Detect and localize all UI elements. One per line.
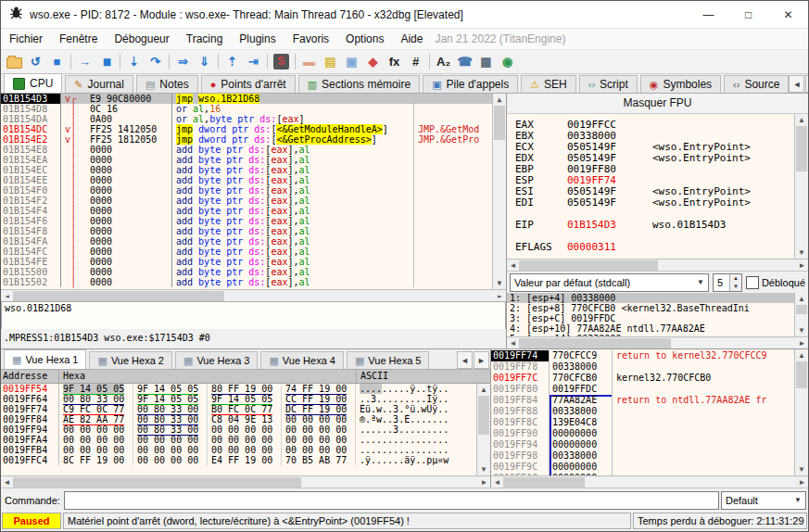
- argument-row[interactable]: 2: [esp+8] 770CFCB0 <kernel32.BaseThread…: [507, 303, 795, 313]
- stack-row[interactable]: 0019FF9C00000000: [491, 462, 795, 473]
- scroll-down-icon[interactable]: ▼: [795, 247, 808, 259]
- tab-vue-hexa-1[interactable]: ▦Vue Hexa 1: [4, 349, 86, 369]
- disasm-row[interactable]: 01B154DCv│FF25 1412050jmp dword ptr ds:[…: [1, 124, 493, 134]
- disasm-row[interactable]: 01B154EC │0000add byte ptr ds:[eax],al: [1, 165, 493, 175]
- register-row-eax[interactable]: EAX0019FFCC: [507, 120, 795, 131]
- command-input[interactable]: [64, 491, 719, 510]
- scroll-thumb[interactable]: [494, 106, 505, 140]
- tab-vue-hexa-5[interactable]: ▦Vue Hexa 5: [347, 351, 429, 369]
- open-file-icon[interactable]: [4, 52, 25, 71]
- disasm-row[interactable]: 01B15502 │0000add byte ptr ds:[eax],al: [1, 277, 493, 287]
- disasm-row[interactable]: 01B154F8 │0000add byte ptr ds:[eax],al: [1, 226, 493, 236]
- execute-till-return-icon[interactable]: ⇡: [221, 52, 243, 71]
- menu-options[interactable]: Options: [337, 29, 392, 49]
- scroll-thumb[interactable]: [503, 477, 585, 488]
- tab-source[interactable]: ‹›Source: [724, 75, 789, 93]
- tab-points-d-arret[interactable]: ●Points d'arrêt: [201, 75, 296, 93]
- register-row-edi[interactable]: EDI0505149F<wso.EntryPoint>: [507, 197, 795, 209]
- menu-fenetre[interactable]: Fenêtre: [51, 29, 106, 49]
- disasm-row[interactable]: 01B154DA │0A00or al,byte ptr ds:[eax]: [1, 114, 493, 124]
- patches-icon[interactable]: ▬: [298, 52, 320, 71]
- tab-symboles[interactable]: ◉Symboles: [640, 75, 721, 93]
- scroll-thumb[interactable]: [519, 338, 671, 348]
- scroll-thumb[interactable]: [796, 305, 807, 314]
- tab-vue-hexa-3[interactable]: ▦Vue Hexa 3: [175, 351, 258, 369]
- hex-tab-scroll-left-button[interactable]: ◄: [457, 351, 473, 369]
- calling-convention-select[interactable]: Valeur par défaut (stdcall) ▼: [510, 273, 709, 292]
- menu-tracing[interactable]: Tracing: [178, 29, 232, 49]
- register-row-ebp[interactable]: EBP0019FF80: [507, 164, 795, 175]
- disasm-row[interactable]: 01B154FE │0000add byte ptr ds:[eax],al: [1, 257, 493, 267]
- tab-pile-d-appels[interactable]: ▣Pile d'appels: [423, 75, 518, 93]
- scroll-up-icon[interactable]: ▲: [795, 293, 808, 305]
- scroll-up-icon[interactable]: ▲: [493, 94, 506, 106]
- register-row-esp[interactable]: ESP0019FF74: [507, 175, 795, 186]
- hide-fpu-button[interactable]: Masquer FPU: [507, 94, 808, 114]
- stack-row[interactable]: 0019FF7800338000: [491, 361, 795, 373]
- spinner-buttons[interactable]: ▲▼: [729, 274, 741, 291]
- hex-row[interactable]: 0019FF84AE 82 AA 7700 80 33 00C8 04 9E 1…: [1, 414, 476, 424]
- menu-fichier[interactable]: Fichier: [1, 29, 51, 49]
- checkbox-box[interactable]: [746, 276, 759, 289]
- hex-horizontal-scrollbar[interactable]: ◄►: [1, 475, 490, 488]
- tab-script[interactable]: ‹›Script: [579, 75, 638, 93]
- scroll-up-icon[interactable]: ▲: [477, 384, 490, 396]
- stack-row[interactable]: 0019FF8477AA82AEreturn to ntdll.77AA82AE…: [491, 395, 795, 406]
- labels-icon[interactable]: ▣: [341, 52, 362, 71]
- tab-journal[interactable]: ✎Journal: [65, 75, 133, 93]
- maximize-button[interactable]: □: [728, 1, 768, 28]
- disasm-row[interactable]: 01B154FA │0000add byte ptr ds:[eax],al: [1, 236, 493, 247]
- disasm-row[interactable]: 01B15500 │0000add byte ptr ds:[eax],al: [1, 267, 493, 277]
- arguments-vertical-scrollbar[interactable]: ▲▼: [794, 293, 808, 336]
- hex-row[interactable]: 0019FFB400 00 00 0000 00 00 0000 00 00 0…: [1, 445, 476, 455]
- hex-row[interactable]: 0019FFC48C FF 19 0000 00 00 00E4 FF 19 0…: [1, 455, 476, 465]
- disasm-row[interactable]: 01B154D8 │0C 16or al,16: [1, 104, 493, 114]
- tab-vue-hexa-4[interactable]: ▦Vue Hexa 4: [260, 351, 343, 369]
- step-into-icon[interactable]: ⇣: [123, 52, 145, 71]
- scroll-down-icon[interactable]: ▼: [493, 277, 506, 289]
- disasm-horizontal-scrollbar[interactable]: ◄►: [1, 289, 506, 302]
- menu-aide[interactable]: Aide: [392, 29, 431, 49]
- tab-scroll-left-button[interactable]: ◄: [789, 75, 804, 93]
- register-row-eflags[interactable]: EFLAGS00000311: [507, 242, 795, 253]
- stack-row[interactable]: 0019FF9000000000: [491, 428, 795, 439]
- arguments-horizontal-scrollbar[interactable]: ◄►: [507, 336, 808, 349]
- scroll-up-icon[interactable]: ▲: [795, 349, 808, 361]
- hex-row[interactable]: 0019FF9400 00 00 0000 80 33 0000 00 00 0…: [1, 424, 476, 435]
- command-profile-select[interactable]: Default ▼: [721, 491, 806, 510]
- disasm-row[interactable]: 01B154F0 │0000add byte ptr ds:[eax],al: [1, 185, 493, 196]
- scroll-down-icon[interactable]: ▼: [795, 324, 808, 336]
- stack-row[interactable]: 0019FF9800338000: [491, 450, 795, 462]
- font-options-icon[interactable]: A₂: [433, 52, 454, 71]
- argument-count-spinner[interactable]: 5 ▲▼: [713, 273, 742, 292]
- argument-row[interactable]: 3: [esp+C] 0019FFDC: [507, 313, 795, 323]
- stack-horizontal-scrollbar[interactable]: ◄►: [491, 475, 808, 488]
- tab-vue-hexa-2[interactable]: ▦Vue Hexa 2: [89, 351, 171, 369]
- hex-row[interactable]: 0019FF549F 14 05 059F 14 05 0580 FF 19 0…: [1, 384, 476, 394]
- disasm-row[interactable]: 01B154E2v│FF25 1812050jmp dword ptr ds:[…: [1, 134, 493, 145]
- tab-sections-memoire[interactable]: ▥Sections mémoire: [298, 75, 420, 93]
- scroll-thumb[interactable]: [796, 126, 807, 171]
- pause-icon[interactable]: ▮▮: [95, 52, 117, 71]
- hex-row[interactable]: 0019FF6400 80 33 009F 14 05 059F 14 05 0…: [1, 394, 476, 404]
- animate-over-icon[interactable]: ⇓: [194, 52, 215, 71]
- stack-row[interactable]: 0019FF8C139E04C8: [491, 417, 795, 428]
- stack-vertical-scrollbar[interactable]: ▲▼: [794, 349, 808, 475]
- bookmarks-icon[interactable]: ◆: [362, 52, 384, 71]
- close-button[interactable]: ✕: [768, 1, 808, 28]
- attach-icon[interactable]: ☎: [454, 52, 475, 71]
- globe-icon[interactable]: ◉: [497, 52, 518, 71]
- disasm-row[interactable]: 01B154D3v┌E9 90C80000jmp wso.1B21D68: [1, 94, 493, 104]
- menu-plugins[interactable]: Plugins: [231, 29, 284, 49]
- stack-row[interactable]: 0019FF8800338000: [491, 406, 795, 417]
- scroll-thumb[interactable]: [13, 291, 224, 301]
- restart-icon[interactable]: ↺: [25, 52, 46, 71]
- tab-notes[interactable]: ▤Notes: [136, 75, 198, 93]
- scroll-down-icon[interactable]: ▼: [795, 463, 808, 475]
- scroll-thumb[interactable]: [13, 477, 301, 488]
- register-row-ebx[interactable]: EBX00338000: [507, 131, 795, 142]
- scylla-icon[interactable]: S: [271, 52, 292, 71]
- register-row-eip[interactable]: EIP01B154D3wso.01B154D3: [507, 220, 795, 231]
- stack-row[interactable]: 0019FF74770CFCC9return to kernel32.770CF…: [491, 350, 795, 361]
- scroll-thumb[interactable]: [796, 361, 807, 388]
